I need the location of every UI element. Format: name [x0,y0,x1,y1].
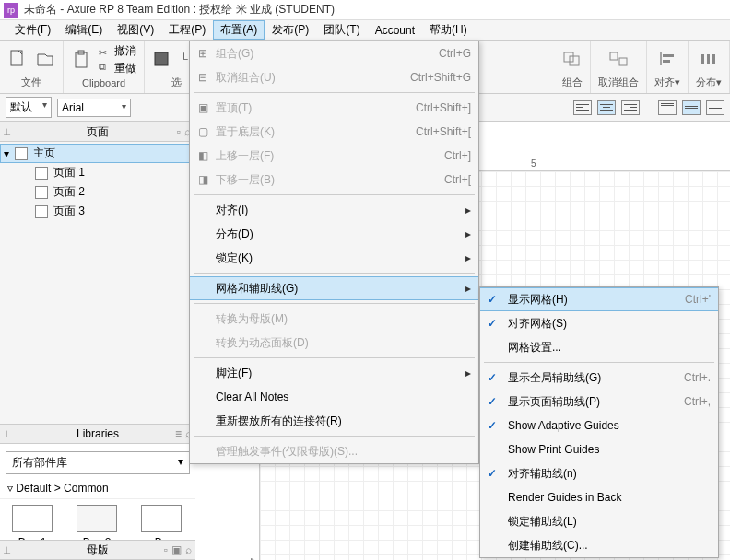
menu-team[interactable]: 团队(T) [316,20,367,40]
menu-item-label: 转换为母版(M) [216,311,288,327]
menu-edit[interactable]: 编辑(E) [58,20,110,40]
tool-group-file: 文件 [0,41,64,93]
check-icon: ✓ [488,317,497,330]
menu-item[interactable]: 重新摆放所有的连接符(R) [190,409,478,433]
check-icon: ✓ [488,371,497,384]
menu-file[interactable]: 文件(F) [7,20,58,40]
menu-project[interactable]: 工程(P) [161,20,213,40]
undo-label[interactable]: 撤消 [114,43,136,59]
submenu-item[interactable]: 创建辅助线(C)... [480,533,718,557]
submenu-item[interactable]: Show Print Guides [480,438,718,461]
submenu-item[interactable]: ✓显示页面辅助线(P)Ctrl+, [480,390,718,414]
menu-item-icon: ⊟ [195,71,210,84]
text-align-left[interactable] [573,100,592,115]
submenu-item[interactable]: ✓显示网格(H)Ctrl+' [480,287,718,311]
submenu-item[interactable]: ✓显示全局辅助线(G)Ctrl+. [480,366,718,390]
text-align-center[interactable] [597,100,616,115]
svg-rect-6 [610,52,618,60]
page-tree: ▾ 主页 页面 1 页面 2 页面 3 [0,142,194,223]
library-group[interactable]: ▿ Default > Common [0,478,195,499]
tool-group-ungroup: 取消组合 [591,41,647,93]
tree-item[interactable]: 页面 1 [0,163,194,182]
submenu-item[interactable]: ✓对齐辅助线(n) [480,461,718,485]
valign-top[interactable] [658,100,677,115]
pages-header: ⟂ 页面 ▫⌕ [0,122,194,142]
submenu-item-label: Render Guides in Back [508,491,621,504]
add-page-icon[interactable]: ▫ [177,125,181,138]
menu-item-shortcut: Ctrl+Shift+[ [416,125,471,138]
menu-item-label: 对齐(I) [216,203,248,218]
tool-label-align: 对齐▾ [654,76,680,89]
menu-item-shortcut: Ctrl+G [439,47,471,60]
text-align-right[interactable] [621,100,640,115]
distribute-icon[interactable] [699,49,719,69]
new-file-icon[interactable] [7,49,28,69]
menu-item: ⊞组合(G)Ctrl+G [190,41,478,65]
lib-menu-icon[interactable]: ≡ [175,427,182,440]
menu-item: ▣置顶(T)Ctrl+Shift+] [190,96,478,120]
font-combo[interactable]: Arial [57,99,131,117]
tool-group-clipboard: ✂ ⧉ 撤消 重做 Clipboard [64,41,145,93]
ungroup-icon[interactable] [608,49,629,69]
menu-item-icon: ▢ [195,125,210,138]
submenu-item[interactable]: 网格设置... [480,335,718,359]
tree-item[interactable]: 页面 2 [0,182,194,202]
svg-rect-4 [564,52,573,62]
titlebar: rp 未命名 - Axure RP 8 Team Edition : 授权给 米… [0,0,730,20]
master-folder-icon[interactable]: ▣ [171,543,182,556]
arrange-menu: ⊞组合(G)Ctrl+G⊟取消组合(U)Ctrl+Shift+G▣置顶(T)Ct… [189,41,479,464]
menu-view[interactable]: 视图(V) [110,20,161,40]
submenu-item[interactable]: ✓Show Adaptive Guides [480,414,718,438]
menu-account[interactable]: Account [368,22,422,39]
style-preset-combo[interactable]: 默认 [6,97,52,118]
add-master-icon[interactable]: ▫ [164,543,168,556]
page-icon [35,205,48,218]
menu-item-label: 重新摆放所有的连接符(R) [216,414,342,429]
pages-title: 页面 [87,124,109,140]
pin-icon[interactable]: ⟂ [4,125,10,138]
box-shape [77,505,117,532]
submenu-item[interactable]: 锁定辅助线(L) [480,509,718,533]
selection-icon[interactable] [152,49,172,69]
redo-label[interactable]: 重做 [114,61,136,76]
submenu-arrow-icon: ▸ [465,251,471,264]
open-file-icon[interactable] [35,49,55,69]
pin-icon[interactable]: ⟂ [4,427,10,440]
menu-help[interactable]: 帮助(H) [422,20,475,40]
tree-root[interactable]: ▾ 主页 [0,144,194,163]
page-icon [15,147,28,160]
menu-item[interactable]: 脚注(F)▸ [190,361,478,385]
align-icon[interactable] [657,49,677,69]
submenu-item-label: 显示全局辅助线(G) [508,370,601,386]
menu-item-label: 锁定(K) [216,251,253,266]
menu-item: ▢置于底层(K)Ctrl+Shift+[ [190,120,478,144]
menu-item[interactable]: 分布(D)▸ [190,222,478,246]
menu-item[interactable]: Clear All Notes [190,385,478,409]
copy-icon[interactable]: ⧉ [99,61,107,73]
menu-publish[interactable]: 发布(P) [265,20,316,40]
menu-item[interactable]: 对齐(I)▸ [190,198,478,222]
valign-bottom[interactable] [706,100,724,115]
submenu-item[interactable]: Render Guides in Back [480,485,718,509]
submenu-item[interactable]: ✓对齐网格(S) [480,311,718,335]
library-select[interactable]: 所有部件库 [6,451,190,474]
box-shape [141,505,182,532]
menu-item[interactable]: 网格和辅助线(G)▸ [190,276,478,300]
menu-item[interactable]: 锁定(K)▸ [190,246,478,270]
menu-item-icon: ◨ [195,173,210,186]
master-search-icon[interactable]: ⌕ [185,543,192,556]
submenu-arrow-icon: ▸ [465,282,471,295]
valign-middle[interactable] [682,100,701,115]
pin-icon[interactable]: ⟂ [4,543,10,556]
paste-icon[interactable] [71,50,91,70]
menu-item-label: 取消组合(U) [216,70,276,86]
svg-rect-3 [155,52,168,65]
cut-icon[interactable]: ✂ [99,47,107,59]
svg-rect-9 [663,54,674,57]
tree-item[interactable]: 页面 3 [0,202,194,221]
menu-item: 转换为动态面板(D) [190,331,478,355]
submenu-item-shortcut: Ctrl+' [685,293,711,306]
group-icon[interactable] [562,49,583,69]
menu-arrange[interactable]: 布置(A) [213,20,265,40]
page-icon [35,167,48,180]
